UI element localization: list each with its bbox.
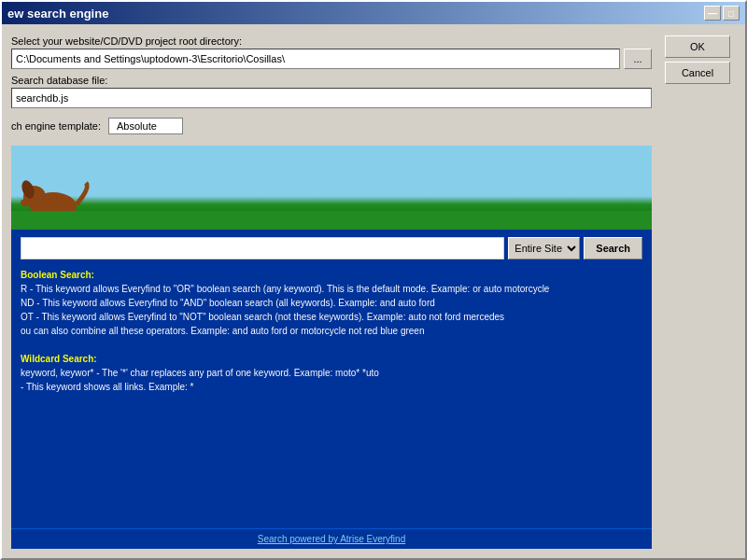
svg-point-7 bbox=[21, 199, 30, 206]
directory-group: Select your website/CD/DVD project root … bbox=[11, 35, 652, 69]
minimize-button[interactable]: — bbox=[704, 6, 721, 21]
right-panel: OK Cancel bbox=[661, 24, 745, 558]
search-bar: Entire Site Search bbox=[11, 230, 652, 267]
not-line: OT - This keyword allows Everyfind to "N… bbox=[21, 310, 642, 324]
star-line: - This keyword shows all links. Example:… bbox=[21, 380, 642, 394]
template-value: Absolute bbox=[108, 118, 183, 134]
window-title: ew search engine bbox=[7, 7, 108, 21]
boolean-title: Boolean Search: bbox=[21, 270, 94, 280]
left-panel: Select your website/CD/DVD project root … bbox=[2, 24, 661, 558]
or-line: R - This keyword allows Everyfind to "OR… bbox=[21, 282, 642, 296]
database-group: Search database file: bbox=[11, 75, 652, 108]
titlebar-controls: — □ bbox=[704, 6, 740, 21]
combine-line: ou can also combine all these operators.… bbox=[21, 324, 642, 338]
grass bbox=[11, 211, 652, 230]
dialog-window: ew search engine — □ Select your website… bbox=[0, 0, 747, 560]
database-row bbox=[11, 88, 652, 108]
ok-button[interactable]: OK bbox=[665, 35, 730, 58]
keyword-line: keyword, keywor* - The '*' char replaces… bbox=[21, 366, 642, 380]
wildcard-title: Wildcard Search: bbox=[21, 354, 97, 364]
search-button[interactable]: Search bbox=[584, 237, 642, 259]
directory-row: ... bbox=[11, 49, 652, 69]
footer-link[interactable]: Search powered by Atrise Everyfind bbox=[258, 534, 405, 544]
database-input[interactable] bbox=[11, 88, 652, 108]
and-line: ND - This keyword allows Everyfind to "A… bbox=[21, 296, 642, 310]
maximize-button[interactable]: □ bbox=[723, 6, 740, 21]
footer: Search powered by Atrise Everyfind bbox=[11, 528, 652, 549]
main-content: Select your website/CD/DVD project root … bbox=[2, 24, 745, 558]
title-bar: ew search engine — □ bbox=[2, 2, 745, 24]
search-field[interactable] bbox=[21, 237, 504, 259]
scope-dropdown[interactable]: Entire Site bbox=[508, 237, 580, 259]
browse-button[interactable]: ... bbox=[624, 49, 652, 69]
preview-area: Entire Site Search Boolean Search: R - T… bbox=[11, 146, 652, 549]
cancel-button[interactable]: Cancel bbox=[665, 62, 730, 84]
database-label: Search database file: bbox=[11, 75, 652, 86]
directory-label: Select your website/CD/DVD project root … bbox=[11, 35, 652, 47]
preview-image bbox=[11, 146, 652, 230]
info-area: Boolean Search: R - This keyword allows … bbox=[11, 262, 652, 525]
directory-input[interactable] bbox=[11, 49, 620, 69]
template-row: ch engine template: Absolute bbox=[11, 118, 652, 134]
template-label: ch engine template: bbox=[11, 120, 101, 132]
